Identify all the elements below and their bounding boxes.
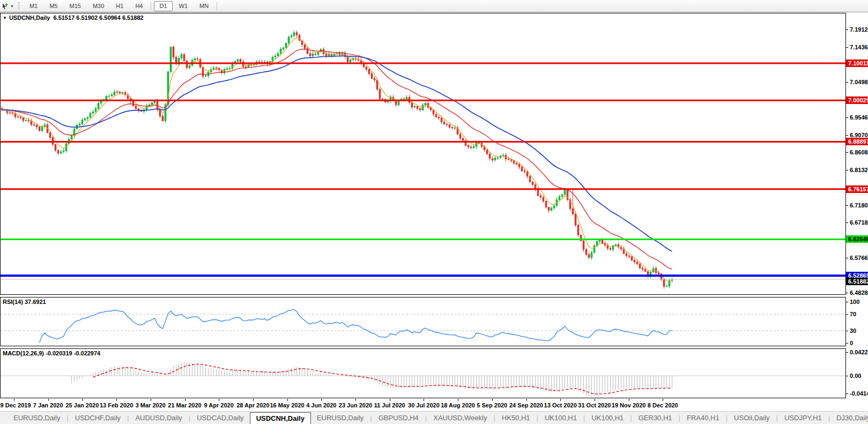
date-tick-label: 13 Feb 2020 [100, 402, 133, 408]
toolbar-grip-handle[interactable] [18, 2, 20, 10]
price-tick-mark [846, 47, 848, 48]
chart-tab-usdjpy-h1[interactable]: USDJPY,H1 [778, 412, 828, 424]
date-tick-mark [629, 399, 629, 401]
chart-collapse-icon[interactable]: ▼ [3, 16, 7, 20]
chart-title: ▼USDCNH,Daily 6.51517 6.51902 6.50964 6.… [3, 14, 144, 21]
date-tick-mark [492, 399, 493, 401]
timeframe-button-h1[interactable]: H1 [110, 1, 129, 11]
price-tick-mark [846, 222, 848, 223]
charts-toolbar-icon[interactable] [1, 2, 9, 10]
date-tick-label: 9 Apr 2020 [204, 402, 234, 408]
chart-title-ohlc: 6.51517 6.51902 6.50964 6.51882 [53, 14, 143, 21]
chart-tab-xauusd-weekly[interactable]: XAUUSD,Weekly [427, 412, 493, 424]
main-chart-pane[interactable]: ▼USDCNH,Daily 6.51517 6.51902 6.50964 6.… [0, 13, 846, 295]
date-tick-label: 21 Mar 2020 [168, 402, 201, 408]
timeframe-button-mn[interactable]: MN [194, 1, 214, 11]
timeframe-button-m15[interactable]: M15 [64, 1, 86, 11]
date-tick-label: 5 Sep 2020 [477, 402, 507, 408]
price-tick-mark [846, 135, 848, 136]
level-price-tag: 7.00029 [846, 96, 868, 104]
chart-tab-usdchf-daily[interactable]: USDCHF,Daily [69, 412, 127, 424]
date-tick-label: 8 Dec 2020 [648, 402, 678, 408]
date-tick-mark [595, 399, 595, 401]
date-tick-mark [253, 399, 254, 401]
ma-mid-line [2, 49, 672, 270]
macd-pane[interactable]: MACD(12,26,9) -0.020319 -0.022974 [0, 348, 846, 398]
macd-tick-mark [846, 352, 848, 353]
rsi-plot[interactable] [1, 297, 845, 346]
date-tick-mark [321, 399, 322, 401]
rsi-axis[interactable]: 10070300 [846, 297, 868, 346]
date-tick-label: 4 Jun 2020 [306, 402, 336, 408]
level-price-tag: 7.10011 [846, 59, 868, 67]
rsi-line [40, 309, 672, 343]
chart-tab-audusd-daily[interactable]: AUDUSD,Daily [129, 412, 188, 424]
timeframe-button-h4[interactable]: H4 [130, 1, 148, 11]
macd-tick-mark [846, 376, 848, 376]
level-price-tag: 6.88897 [846, 138, 868, 145]
rsi-pane[interactable]: RSI(14) 37.6921 [0, 297, 846, 346]
price-tick-mark [846, 293, 848, 293]
chart-tab-hk50-h1[interactable]: HK50,H1 [496, 412, 536, 424]
price-tick-label: 7.14360 [850, 44, 868, 50]
price-tick-mark [846, 258, 848, 258]
macd-label: MACD(12,26,9) -0.020319 -0.022974 [3, 350, 100, 356]
macd-tick-label: -0.04148 [850, 390, 868, 397]
date-tick-label: 7 Jan 2020 [33, 402, 63, 408]
price-tick-mark [846, 152, 848, 153]
chart-tab-fra40-h1[interactable]: FRA40,H1 [681, 412, 725, 424]
date-tick-mark [48, 399, 49, 401]
chart-tab-bar: EURUSD,Daily|USDCHF,Daily|AUDUSD,Daily|U… [0, 411, 868, 424]
price-tick-label: 6.71800 [850, 202, 868, 209]
chart-tab-eurusd-daily[interactable]: EURUSD,Daily [311, 412, 369, 424]
current-price-tag: 6.51882 [846, 278, 868, 285]
date-tick-label: 18 Aug 2020 [441, 402, 475, 408]
chart-tab-usdcnh-daily[interactable]: USDCNH,Daily [250, 412, 311, 424]
price-tick-label: 6.81320 [850, 167, 868, 173]
chart-title-symbol: USDCNH,Daily [9, 14, 50, 21]
macd-axis[interactable]: 0.0422750.00-0.04148 [846, 348, 868, 398]
candlestick-chart[interactable] [1, 13, 845, 294]
rsi-tick-label: 30 [850, 328, 856, 334]
price-axis[interactable]: 7.191207.143607.049806.954606.907006.860… [846, 13, 868, 295]
timeframe-button-d1[interactable]: D1 [154, 1, 172, 11]
timeframe-button-m5[interactable]: M5 [44, 1, 63, 11]
date-tick-mark [185, 399, 186, 401]
price-tick-mark [846, 29, 848, 30]
date-tick-label: 19 Nov 2020 [612, 402, 646, 408]
chart-tab-dj30-daily[interactable]: DJ30,Daily [830, 412, 868, 424]
date-tick-label: 23 Jun 2020 [339, 402, 372, 408]
date-tick-label: 11 Jul 2020 [374, 402, 405, 408]
date-axis[interactable]: 19 Dec 20197 Jan 202025 Jan 202013 Feb 2… [0, 399, 846, 411]
date-tick-label: 13 Oct 2020 [544, 402, 577, 408]
price-tick-label: 6.57660 [850, 255, 868, 261]
rsi-label: RSI(14) 37.6921 [3, 299, 46, 305]
rsi-tick-mark [846, 314, 848, 315]
toolbar-dropdown-caret-icon[interactable]: ▼ [10, 4, 14, 8]
chart-tab-uk100-h1[interactable]: UK100,H1 [585, 412, 629, 424]
date-tick-label: 16 May 2020 [270, 402, 304, 408]
rsi-tick-mark [846, 302, 848, 302]
price-tick-label: 6.86080 [850, 149, 868, 155]
chart-tab-gbpusd-h4[interactable]: GBPUSD,H4 [373, 412, 425, 424]
chart-tab-uk100-h1[interactable]: UK100,H1 [539, 412, 583, 424]
timeframe-button-m30[interactable]: M30 [87, 1, 109, 11]
price-tick-mark [846, 205, 848, 206]
price-tick-label: 7.04980 [850, 79, 868, 85]
price-tick-label: 6.67180 [850, 219, 868, 226]
chart-tab-usoil-daily[interactable]: USOil,Daily [728, 412, 775, 424]
chart-tab-ger30-h1[interactable]: GER30,H1 [633, 412, 678, 424]
date-tick-label: 31 Oct 2020 [578, 402, 611, 408]
macd-plot[interactable] [1, 349, 845, 398]
level-price-tag: 6.76157 [846, 185, 868, 193]
chart-tab-usdcad-daily[interactable]: USDCAD,Daily [191, 412, 249, 424]
candles-group [1, 31, 673, 289]
date-tick-label: 3 Mar 2020 [136, 402, 166, 408]
date-tick-mark [458, 399, 458, 401]
date-tick-mark [219, 399, 219, 401]
price-tick-mark [846, 82, 848, 83]
timeframe-button-m1[interactable]: M1 [24, 1, 43, 11]
timeframe-button-w1[interactable]: W1 [174, 1, 194, 11]
date-tick-label: 19 Dec 2019 [0, 402, 31, 408]
chart-tab-eurusd-daily[interactable]: EURUSD,Daily [8, 412, 66, 424]
